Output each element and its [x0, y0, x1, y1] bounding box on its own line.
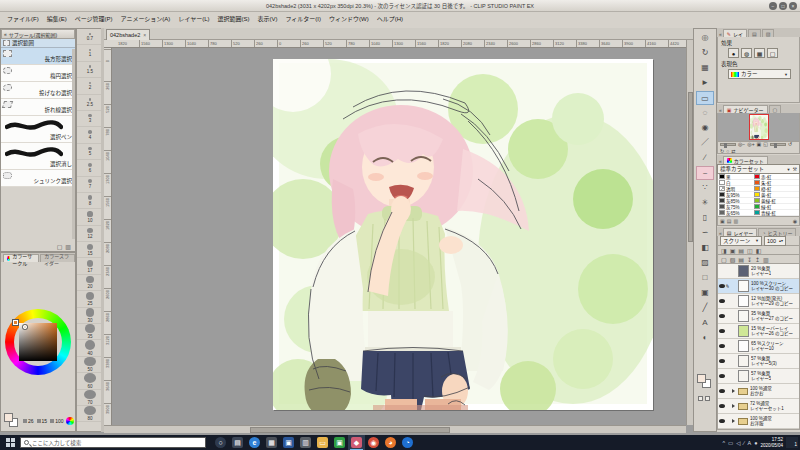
- replace-color-icon[interactable]: ▤: [727, 218, 732, 224]
- zoom-out-icon[interactable]: ◎−: [738, 142, 745, 147]
- folder-expand-icon[interactable]: [732, 419, 735, 423]
- tool-strip-icon[interactable]: ◐: [696, 331, 714, 345]
- tab-color-set[interactable]: カラーセット: [723, 156, 768, 164]
- effect-icon[interactable]: ◍: [741, 48, 752, 58]
- navigator-thumbnail[interactable]: [749, 114, 769, 140]
- layer-row[interactable]: ✎ 72 %通常 レイヤーセット1: [718, 399, 799, 414]
- layer-visibility-eye-icon[interactable]: [719, 404, 725, 408]
- memo-icon[interactable]: ▢: [57, 243, 63, 250]
- menu-item[interactable]: アニメーション(A): [117, 13, 175, 24]
- menu-item[interactable]: 選択範囲(S): [213, 13, 253, 24]
- tool-strip-icon[interactable]: ╱: [696, 301, 714, 315]
- taskbar-app-icon[interactable]: ◉: [365, 435, 382, 450]
- tool-strip-icon[interactable]: ↻: [696, 46, 714, 60]
- layer-name[interactable]: レイヤー29 のコピー: [751, 301, 793, 307]
- delete-layer-icon[interactable]: ▥: [763, 256, 769, 263]
- canvas-viewport[interactable]: [112, 48, 686, 425]
- clip-mask-icon[interactable]: ◨: [721, 247, 727, 254]
- layer-row[interactable]: ✎ 100 %スクリーン レイヤー30 のコピー: [718, 279, 799, 294]
- tool-strip-icon[interactable]: ◉: [696, 121, 714, 135]
- tab-extra-1[interactable]: ▤: [748, 29, 761, 37]
- layer-row[interactable]: ✎ 12 %加算(発光) レイヤー29 のコピー: [718, 294, 799, 309]
- zoom-slider[interactable]: [720, 143, 736, 146]
- effect-icon[interactable]: ●: [728, 48, 739, 58]
- layer-visibility-eye-icon[interactable]: [719, 419, 725, 423]
- tool-strip-icon[interactable]: □: [696, 271, 714, 285]
- notification-icon[interactable]: 1: [786, 437, 798, 448]
- subtool-panel-title-bar[interactable]: « サブツール(選択範囲): [1, 29, 75, 39]
- taskbar-app-icon[interactable]: ▤: [229, 435, 246, 450]
- layer-name[interactable]: レイヤー1: [751, 271, 771, 277]
- tool-strip-icon[interactable]: ►: [696, 76, 714, 90]
- menu-item[interactable]: 表示(V): [253, 13, 281, 24]
- subtool-item[interactable]: シュリンク選択: [1, 170, 75, 187]
- layer-thumbnail[interactable]: [738, 295, 749, 307]
- brush-size-item[interactable]: 2: [77, 78, 103, 94]
- close-button[interactable]: ×: [789, 2, 797, 10]
- menu-item[interactable]: レイヤー(L): [174, 13, 213, 24]
- layer-visibility-eye-icon[interactable]: [719, 299, 725, 303]
- brush-size-item[interactable]: 10: [77, 209, 103, 225]
- set-ruler-icon[interactable]: ◫: [747, 247, 753, 254]
- saturation-value-square[interactable]: [19, 323, 57, 361]
- tray-icon[interactable]: ∕: [744, 440, 745, 446]
- tool-strip-icon[interactable]: ▦: [696, 61, 714, 75]
- layer-row[interactable]: ✎ 57 %乗算 レイヤー5(3): [718, 354, 799, 369]
- tool-strip-icon[interactable]: A: [696, 316, 714, 330]
- layer-row[interactable]: ✎ 20 %乗算 レイヤー1: [718, 264, 799, 279]
- transfer-icon[interactable]: ↥: [755, 256, 760, 263]
- tool-strip-footer-icons[interactable]: [698, 396, 710, 401]
- layer-row[interactable]: ✎ 100 %通常 お洋服: [718, 414, 799, 429]
- canvas-paper[interactable]: [273, 59, 653, 410]
- layer-thumbnail[interactable]: [738, 355, 749, 367]
- document-tab[interactable]: 042bshade2 ×: [106, 29, 150, 40]
- tool-strip-icon[interactable]: ◎: [696, 31, 714, 45]
- layer-thumbnail[interactable]: [738, 280, 749, 292]
- minimize-button[interactable]: −: [769, 2, 777, 10]
- tab-subview[interactable]: ▢: [769, 105, 782, 113]
- document-tab-close-icon[interactable]: ×: [143, 32, 146, 38]
- taskbar-app-icon[interactable]: ◆: [348, 435, 365, 450]
- tab-color-circle[interactable]: カラーサークル: [3, 254, 39, 262]
- canvas-vscrollbar[interactable]: [686, 40, 693, 425]
- fit-to-screen-icon[interactable]: ▣: [757, 142, 762, 147]
- menu-item[interactable]: フィルター(I): [281, 13, 325, 24]
- brush-size-item[interactable]: 40: [77, 340, 103, 356]
- flip-horizontal-icon[interactable]: ⇄: [731, 149, 735, 154]
- layer-thumbnail[interactable]: [738, 310, 749, 322]
- taskbar-app-icon[interactable]: ▣: [280, 435, 297, 450]
- taskbar-app-icon[interactable]: ▥: [297, 435, 314, 450]
- new-layer-icon[interactable]: ▢: [721, 256, 727, 263]
- menu-item[interactable]: ページ管理(P): [71, 13, 117, 24]
- tool-strip-icon[interactable]: ▣: [696, 286, 714, 300]
- wrench-icon[interactable]: ⚒: [793, 166, 797, 172]
- taskbar-clock[interactable]: 17:52 2020/05/04: [760, 437, 783, 448]
- brush-size-item[interactable]: 0.7: [77, 29, 103, 45]
- brush-size-item[interactable]: 12: [77, 226, 103, 242]
- layer-thumbnail[interactable]: [738, 340, 749, 352]
- layer-name[interactable]: レイヤー5: [751, 376, 771, 382]
- brush-size-item[interactable]: 25: [77, 291, 103, 307]
- hue-marker[interactable]: [13, 320, 18, 325]
- expression-color-dropdown[interactable]: カラー ▼: [728, 69, 791, 79]
- tray-icon[interactable]: ▭: [728, 440, 733, 446]
- folder-expand-icon[interactable]: [732, 404, 735, 408]
- merge-down-icon[interactable]: ↧: [747, 256, 752, 263]
- canvas-artwork[interactable]: [273, 59, 653, 410]
- brush-size-item[interactable]: 60: [77, 373, 103, 389]
- brush-size-item[interactable]: 30: [77, 308, 103, 324]
- title-bar[interactable]: 042bshade2 (3031 x 4202px 350dpi 20.3%) …: [0, 0, 800, 12]
- brush-size-item[interactable]: 8: [77, 193, 103, 209]
- mask-icon[interactable]: ◧: [756, 247, 762, 254]
- tool-strip-icon[interactable]: ▨: [696, 256, 714, 270]
- subtool-item[interactable]: 長方形選択: [1, 48, 75, 65]
- menu-item[interactable]: ウィンドウ(W): [325, 13, 373, 24]
- taskbar-app-icon[interactable]: ▣: [331, 435, 348, 450]
- layer-name[interactable]: レイヤー30 のコピー: [751, 286, 793, 292]
- brush-size-item[interactable]: 2.5: [77, 95, 103, 111]
- taskbar-search[interactable]: ここに入力して検索: [20, 437, 206, 448]
- subtool-item[interactable]: 楕円選択: [1, 65, 75, 82]
- taskbar-app-icon[interactable]: ▦: [263, 435, 280, 450]
- brush-size-item[interactable]: 70: [77, 390, 103, 406]
- subtool-item[interactable]: 投げなわ選択: [1, 82, 75, 99]
